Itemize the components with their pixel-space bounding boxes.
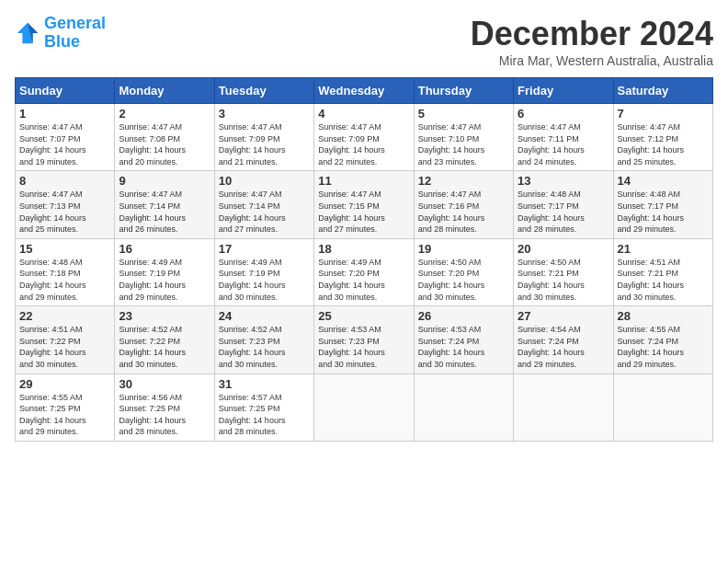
day-info: Sunrise: 4:51 AM Sunset: 7:21 PM Dayligh… [618,257,709,303]
calendar-day-cell: 23Sunrise: 4:52 AM Sunset: 7:22 PM Dayli… [115,306,214,373]
day-number: 15 [19,242,110,256]
header: General Blue December 2024 Mira Mar, Wes… [15,15,713,68]
day-info: Sunrise: 4:47 AM Sunset: 7:09 PM Dayligh… [219,121,310,167]
calendar-day-cell: 17Sunrise: 4:49 AM Sunset: 7:19 PM Dayli… [214,238,313,305]
day-number: 13 [518,174,609,188]
day-info: Sunrise: 4:47 AM Sunset: 7:13 PM Dayligh… [19,189,110,235]
calendar-day-cell: 16Sunrise: 4:49 AM Sunset: 7:19 PM Dayli… [115,238,214,305]
day-of-week-header: Tuesday [214,78,313,104]
day-number: 1 [19,107,110,121]
calendar-day-cell: 20Sunrise: 4:50 AM Sunset: 7:21 PM Dayli… [514,238,613,305]
calendar-day-cell: 30Sunrise: 4:56 AM Sunset: 7:25 PM Dayli… [115,373,214,441]
calendar-day-cell: 14Sunrise: 4:48 AM Sunset: 7:17 PM Dayli… [613,171,712,238]
day-number: 22 [19,309,110,323]
day-info: Sunrise: 4:52 AM Sunset: 7:22 PM Dayligh… [119,324,210,370]
calendar-day-cell: 25Sunrise: 4:53 AM Sunset: 7:23 PM Dayli… [314,306,414,373]
calendar-day-cell: 2Sunrise: 4:47 AM Sunset: 7:08 PM Daylig… [115,104,214,171]
day-number: 6 [518,107,609,121]
calendar-day-cell: 19Sunrise: 4:50 AM Sunset: 7:20 PM Dayli… [414,238,513,305]
day-number: 23 [119,309,210,323]
day-number: 29 [19,377,110,391]
day-info: Sunrise: 4:53 AM Sunset: 7:24 PM Dayligh… [418,324,509,370]
calendar-day-cell: 8Sunrise: 4:47 AM Sunset: 7:13 PM Daylig… [16,171,115,238]
day-number: 27 [518,309,609,323]
calendar-day-cell: 3Sunrise: 4:47 AM Sunset: 7:09 PM Daylig… [214,104,313,171]
day-info: Sunrise: 4:47 AM Sunset: 7:08 PM Dayligh… [119,121,210,167]
calendar-week-row: 15Sunrise: 4:48 AM Sunset: 7:18 PM Dayli… [16,238,713,305]
day-info: Sunrise: 4:50 AM Sunset: 7:21 PM Dayligh… [518,257,609,303]
calendar-day-cell: 28Sunrise: 4:55 AM Sunset: 7:24 PM Dayli… [613,306,712,373]
day-info: Sunrise: 4:47 AM Sunset: 7:16 PM Dayligh… [418,189,509,235]
day-number: 7 [618,107,709,121]
calendar-day-cell: 21Sunrise: 4:51 AM Sunset: 7:21 PM Dayli… [613,238,712,305]
day-info: Sunrise: 4:51 AM Sunset: 7:22 PM Dayligh… [19,324,110,370]
day-of-week-header: Thursday [414,78,513,104]
calendar-day-cell: 11Sunrise: 4:47 AM Sunset: 7:15 PM Dayli… [314,171,414,238]
logo: General Blue [15,15,106,52]
day-number: 31 [219,377,310,391]
calendar-day-cell: 18Sunrise: 4:49 AM Sunset: 7:20 PM Dayli… [314,238,414,305]
day-number: 21 [618,242,709,256]
day-info: Sunrise: 4:49 AM Sunset: 7:19 PM Dayligh… [219,257,310,303]
day-info: Sunrise: 4:47 AM Sunset: 7:07 PM Dayligh… [19,121,110,167]
day-number: 11 [318,174,409,188]
calendar-week-row: 8Sunrise: 4:47 AM Sunset: 7:13 PM Daylig… [16,171,713,238]
day-info: Sunrise: 4:47 AM Sunset: 7:11 PM Dayligh… [518,121,609,167]
calendar-day-cell: 22Sunrise: 4:51 AM Sunset: 7:22 PM Dayli… [16,306,115,373]
logo-text: General Blue [44,15,106,52]
day-number: 20 [518,242,609,256]
calendar-day-cell: 9Sunrise: 4:47 AM Sunset: 7:14 PM Daylig… [115,171,214,238]
calendar-day-cell: 7Sunrise: 4:47 AM Sunset: 7:12 PM Daylig… [613,104,712,171]
calendar-week-row: 1Sunrise: 4:47 AM Sunset: 7:07 PM Daylig… [16,104,713,171]
calendar-day-cell [314,373,414,441]
calendar-day-cell: 15Sunrise: 4:48 AM Sunset: 7:18 PM Dayli… [16,238,115,305]
day-number: 4 [318,107,409,121]
day-info: Sunrise: 4:55 AM Sunset: 7:24 PM Dayligh… [618,324,709,370]
calendar-day-cell: 29Sunrise: 4:55 AM Sunset: 7:25 PM Dayli… [16,373,115,441]
day-number: 25 [318,309,409,323]
day-info: Sunrise: 4:52 AM Sunset: 7:23 PM Dayligh… [219,324,310,370]
day-info: Sunrise: 4:47 AM Sunset: 7:12 PM Dayligh… [618,121,709,167]
day-number: 12 [418,174,509,188]
month-title: December 2024 [471,15,713,53]
day-number: 16 [119,242,210,256]
day-info: Sunrise: 4:47 AM Sunset: 7:15 PM Dayligh… [318,189,409,235]
calendar-day-cell [414,373,513,441]
day-number: 2 [119,107,210,121]
day-of-week-header: Sunday [16,78,115,104]
day-number: 28 [618,309,709,323]
calendar-day-cell [613,373,712,441]
day-number: 24 [219,309,310,323]
calendar-day-cell: 31Sunrise: 4:57 AM Sunset: 7:25 PM Dayli… [214,373,313,441]
day-info: Sunrise: 4:54 AM Sunset: 7:24 PM Dayligh… [518,324,609,370]
calendar-day-cell: 5Sunrise: 4:47 AM Sunset: 7:10 PM Daylig… [414,104,513,171]
title-area: December 2024 Mira Mar, Western Australi… [471,15,713,68]
calendar-day-cell: 4Sunrise: 4:47 AM Sunset: 7:09 PM Daylig… [314,104,414,171]
day-info: Sunrise: 4:48 AM Sunset: 7:17 PM Dayligh… [518,189,609,235]
day-number: 17 [219,242,310,256]
day-number: 10 [219,174,310,188]
day-number: 19 [418,242,509,256]
day-number: 5 [418,107,509,121]
day-number: 8 [19,174,110,188]
day-info: Sunrise: 4:47 AM Sunset: 7:10 PM Dayligh… [418,121,509,167]
day-info: Sunrise: 4:53 AM Sunset: 7:23 PM Dayligh… [318,324,409,370]
calendar-day-cell: 13Sunrise: 4:48 AM Sunset: 7:17 PM Dayli… [514,171,613,238]
day-of-week-header: Monday [115,78,214,104]
calendar-day-cell: 26Sunrise: 4:53 AM Sunset: 7:24 PM Dayli… [414,306,513,373]
calendar-table: SundayMondayTuesdayWednesdayThursdayFrid… [15,77,713,442]
calendar-week-row: 29Sunrise: 4:55 AM Sunset: 7:25 PM Dayli… [16,373,713,441]
day-info: Sunrise: 4:48 AM Sunset: 7:17 PM Dayligh… [618,189,709,235]
location: Mira Mar, Western Australia, Australia [471,53,713,68]
calendar-day-cell: 1Sunrise: 4:47 AM Sunset: 7:07 PM Daylig… [16,104,115,171]
day-info: Sunrise: 4:49 AM Sunset: 7:20 PM Dayligh… [318,257,409,303]
day-number: 3 [219,107,310,121]
day-info: Sunrise: 4:55 AM Sunset: 7:25 PM Dayligh… [19,392,110,438]
day-info: Sunrise: 4:50 AM Sunset: 7:20 PM Dayligh… [418,257,509,303]
day-number: 18 [318,242,409,256]
day-info: Sunrise: 4:56 AM Sunset: 7:25 PM Dayligh… [119,392,210,438]
calendar-day-cell: 12Sunrise: 4:47 AM Sunset: 7:16 PM Dayli… [414,171,513,238]
logo-icon [15,20,40,46]
day-of-week-header: Wednesday [314,78,414,104]
calendar-header-row: SundayMondayTuesdayWednesdayThursdayFrid… [16,78,713,104]
